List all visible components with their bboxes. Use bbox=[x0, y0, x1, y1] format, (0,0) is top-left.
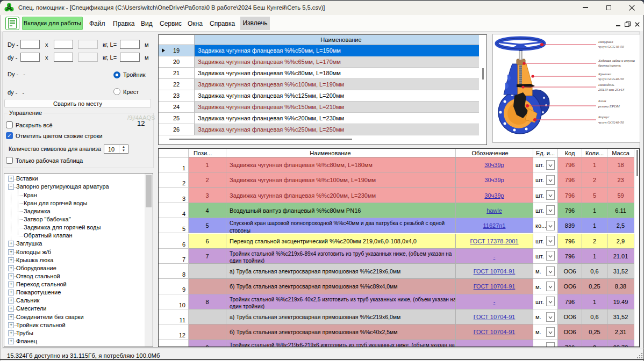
svg-text:бронза/латунь: бронза/латунь bbox=[598, 63, 621, 67]
svg-text:Шпиндель: Шпиндель bbox=[598, 83, 614, 86]
svg-text:Клин: Клин bbox=[598, 99, 606, 103]
svg-text:чугун GGG40-50: чугун GGG40-50 bbox=[598, 45, 624, 48]
svg-text:Корпус: Корпус bbox=[598, 115, 609, 119]
svg-text:чугун GGG40-50: чугун GGG40-50 bbox=[598, 77, 624, 81]
svg-text:чугун GGG40-50: чугун GGG40-50 bbox=[598, 120, 624, 124]
svg-text:резина EPDM: резина EPDM bbox=[598, 104, 620, 108]
svg-text:Штурвал: Штурвал bbox=[598, 40, 613, 44]
svg-text:Ходовая гайка и втулка: Ходовая гайка и втулка bbox=[598, 59, 635, 62]
svg-text:Крышка: Крышка bbox=[598, 72, 612, 76]
svg-text:20Х13 или 2Cr13: 20Х13 или 2Cr13 bbox=[598, 88, 625, 91]
